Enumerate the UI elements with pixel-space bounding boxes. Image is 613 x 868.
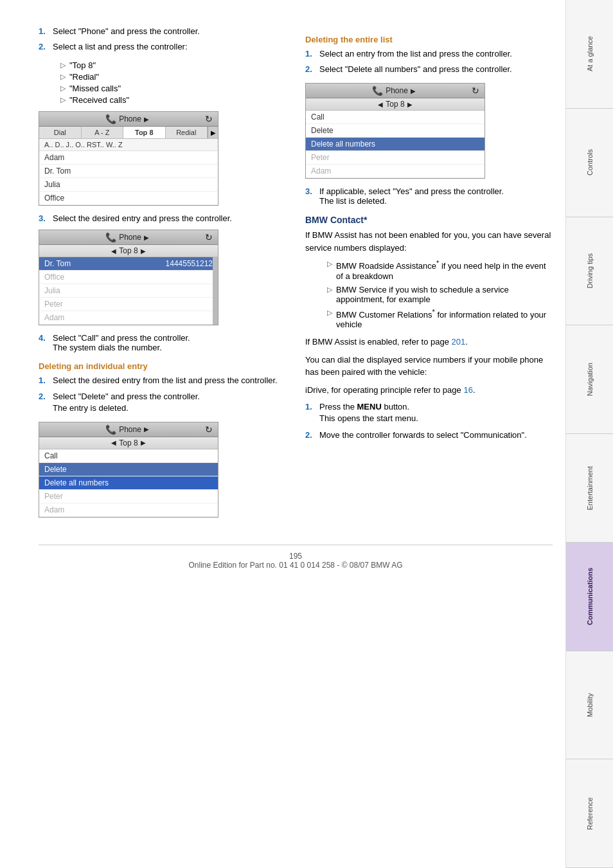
menu-delete-all[interactable]: Delete all numbers xyxy=(306,138,484,151)
phone-title: Phone xyxy=(119,425,141,434)
phone-list-julia: Julia xyxy=(39,284,218,298)
sidebar-tab-label: Mobility xyxy=(586,693,594,717)
phone-list-office: Office xyxy=(39,271,218,284)
menu-adam: Adam xyxy=(39,503,218,517)
arrow-right-icon: ▶ xyxy=(144,234,149,241)
list-item: ▷ "Received calls" xyxy=(60,95,286,105)
sidebar-tab-label: Communications xyxy=(586,568,594,625)
two-column-layout: 1. Select "Phone" and press the controll… xyxy=(39,26,553,525)
right-arrow-icon: ▶ xyxy=(141,248,146,255)
list-item-text: "Top 8" xyxy=(69,60,96,70)
sidebar-tab-navigation[interactable]: Navigation xyxy=(566,325,613,434)
selected-number: 14445551212 xyxy=(166,259,213,268)
menu-peter: Peter xyxy=(306,151,484,165)
step-number: 1. xyxy=(39,375,50,386)
del-step-1: 1. Select the desired entry from the lis… xyxy=(39,375,286,386)
refresh-icon: ↻ xyxy=(205,114,213,124)
phone-icon: 📞 xyxy=(105,424,116,435)
phone-title: Phone xyxy=(386,86,408,95)
phone-list-adam: Adam xyxy=(39,311,218,325)
list-item-text: "Missed calls" xyxy=(69,84,121,93)
scroll-arrow[interactable]: ▶ xyxy=(208,127,218,138)
right-arrow-icon: ▶ xyxy=(141,439,146,446)
step-3: 3. Select the desired entry and press th… xyxy=(39,213,286,223)
sidebar-tab-label: Controls xyxy=(586,149,594,176)
phone-list-drtom: Dr. Tom xyxy=(39,165,218,178)
menu-peter: Peter xyxy=(39,490,218,503)
step-text: Move the controller forwards to select "… xyxy=(319,429,527,441)
sidebar-tab-at-a-glance[interactable]: At a glance xyxy=(566,0,613,109)
step-text: Select a list and press the controller: xyxy=(53,41,188,53)
list-item: ▷ "Redial" xyxy=(60,72,286,82)
arrow-icon: ▷ xyxy=(327,285,332,294)
bmw-service-list: ▷ BMW Roadside Assistance* if you need h… xyxy=(317,259,553,329)
bmw-assist-ref: If BMW Assist is enabled, refer to page … xyxy=(305,336,553,348)
sidebar-tab-label: Navigation xyxy=(586,363,594,396)
sidebar-tab-driving-tips[interactable]: Driving tips xyxy=(566,217,613,326)
phone-subtitlebar-3: ◀ Top 8 ▶ xyxy=(39,437,218,449)
phone-body-2: Dr. Tom 14445551212 Office Julia Peter A… xyxy=(39,257,218,325)
sidebar-tab-mobility[interactable]: Mobility xyxy=(566,651,613,760)
left-arrow-icon: ◀ xyxy=(111,248,116,255)
entire-step-2: 2. Select "Delete all numbers" and press… xyxy=(305,64,553,75)
page-number: 195 xyxy=(289,552,302,561)
menu-delete[interactable]: Delete xyxy=(39,463,218,476)
phone-screen-3: 📞 Phone ▶ ↻ ◀ Top 8 ▶ Call Delete Delete… xyxy=(39,422,218,518)
phone-title: Phone xyxy=(119,114,141,123)
tab-az[interactable]: A - Z xyxy=(82,127,124,138)
arrow-icon: ▷ xyxy=(60,61,66,69)
list-item-text: "Received calls" xyxy=(69,95,129,105)
sidebar-tab-entertainment[interactable]: Entertainment xyxy=(566,434,613,543)
step-number: 3. xyxy=(39,213,50,223)
step-number: 1. xyxy=(305,401,317,424)
phone-subtitlebar-2: ◀ Top 8 ▶ xyxy=(39,245,218,257)
deleting-entire-header: Deleting the entire list xyxy=(305,35,553,44)
sidebar-tab-label: Reference xyxy=(586,797,594,830)
step-number: 2. xyxy=(39,391,50,414)
phone-screen-1: 📞 Phone ▶ ↻ Dial A - Z Top 8 Redial ▶ A.… xyxy=(39,111,218,206)
menu-delete-all[interactable]: Delete all numbers xyxy=(39,476,218,490)
arrow-right-icon: ▶ xyxy=(144,116,149,123)
step-4: 4. Select "Call" and press the controlle… xyxy=(39,333,286,352)
step-number: 2. xyxy=(305,64,317,75)
step-number: 1. xyxy=(305,48,317,60)
phone-title: Phone xyxy=(119,233,141,242)
page-ref-201: 201 xyxy=(452,337,466,347)
sidebar-tab-communications[interactable]: Communications xyxy=(566,543,613,651)
phone-titlebar-3: 📞 Phone ▶ ↻ xyxy=(39,422,218,437)
right-column: Deleting the entire list 1. Select an en… xyxy=(305,26,553,525)
contact-step-2: 2. Move the controller forwards to selec… xyxy=(305,429,553,441)
list-options: ▷ "Top 8" ▷ "Redial" ▷ "Missed calls" ▷ … xyxy=(50,60,286,105)
entire-step-1: 1. Select an entry from the list and pre… xyxy=(305,48,553,60)
step-number: 3. xyxy=(305,186,317,206)
left-arrow-icon: ◀ xyxy=(378,101,383,108)
phone-titlebar-2: 📞 Phone ▶ ↻ xyxy=(39,230,218,245)
idrive-ref: iDrive, for operating principle refer to… xyxy=(305,384,553,397)
phone-body-1: Adam Dr. Tom Julia Office xyxy=(39,151,218,205)
main-content: 1. Select "Phone" and press the controll… xyxy=(0,0,565,868)
step-text: Select an entry from the list and press … xyxy=(319,48,512,60)
tab-dial[interactable]: Dial xyxy=(39,127,82,138)
step-number: 2. xyxy=(39,41,50,53)
tab-top8[interactable]: Top 8 xyxy=(123,127,166,138)
arrow-right-icon: ▶ xyxy=(144,426,149,433)
step-number: 2. xyxy=(305,429,317,441)
bmw-contact-para2: You can dial the displayed service numbe… xyxy=(305,354,553,379)
phone-body-3: Call Delete Delete all numbers Peter Ada… xyxy=(39,449,218,517)
service-text: BMW Customer Relations* for information … xyxy=(336,308,553,329)
tab-redial[interactable]: Redial xyxy=(166,127,208,138)
top8-label: Top 8 xyxy=(386,100,404,109)
phone-list-peter: Peter xyxy=(39,298,218,311)
phone-titlebar-4: 📞 Phone ▶ ↻ xyxy=(306,84,484,98)
menu-delete: Delete xyxy=(306,124,484,138)
deleting-individual-steps: 1. Select the desired entry from the lis… xyxy=(39,375,286,414)
refresh-icon: ↻ xyxy=(205,232,213,242)
deleting-entire-steps: 1. Select an entry from the list and pre… xyxy=(305,48,553,75)
selected-name: Dr. Tom xyxy=(44,259,71,268)
contact-step-1: 1. Press the MENU button.This opens the … xyxy=(305,401,553,424)
sidebar-tab-reference[interactable]: Reference xyxy=(566,759,613,868)
sidebar-tab-controls[interactable]: Controls xyxy=(566,109,613,217)
sidebar-tab-label: At a glance xyxy=(586,36,594,71)
step-1: 1. Select "Phone" and press the controll… xyxy=(39,26,286,37)
phone-screen-2: 📞 Phone ▶ ↻ ◀ Top 8 ▶ Dr. Tom 1444555121… xyxy=(39,230,218,325)
